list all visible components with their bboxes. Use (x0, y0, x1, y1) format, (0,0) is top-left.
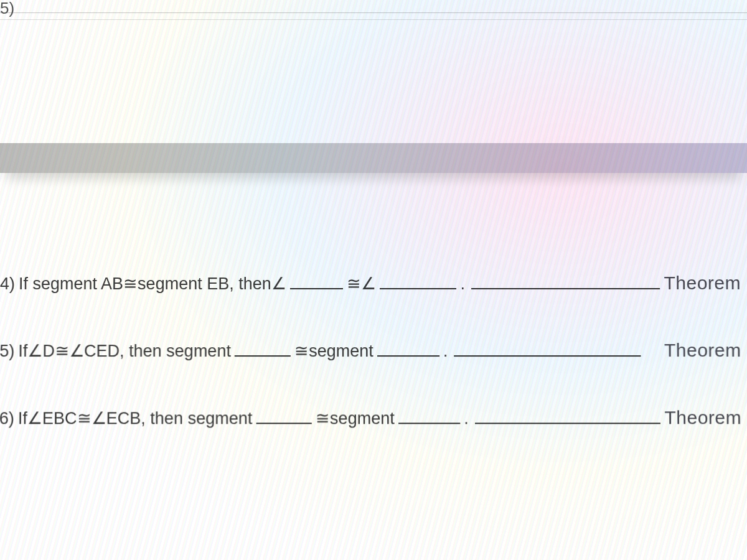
q5-blank-theorem[interactable] (454, 342, 641, 357)
separator-band (0, 143, 747, 173)
q4-text-a: If segment AB (19, 276, 123, 292)
q4-period: . (460, 276, 465, 292)
q5-blank-2[interactable] (377, 342, 439, 357)
q5-blank-1[interactable] (235, 342, 291, 357)
q4-blank-1[interactable] (290, 275, 343, 289)
q5-text-b: , then segment (120, 343, 231, 360)
angle-icon: ∠ (271, 276, 286, 292)
congruent-icon: ≅ (123, 276, 138, 292)
q4-blank-theorem[interactable] (471, 275, 660, 289)
congruent-icon: ≅ (55, 343, 69, 360)
angle-d: ∠D (27, 343, 55, 360)
q6-text-b: , then segment (141, 410, 252, 427)
q4-theorem-label: Theorem (664, 274, 747, 292)
q5-theorem-label: Theorem (664, 341, 747, 360)
q6-text-c: segment (330, 410, 395, 427)
congruent-icon: ≅ (77, 410, 92, 427)
question-4: 4) If segment AB ≅ segment EB, then ∠ ≅ … (0, 274, 747, 292)
q5-period: . (443, 343, 448, 360)
question-5: 5) If ∠D ≅ ∠CED , then segment ≅ segment… (0, 341, 747, 360)
q6-blank-2[interactable] (398, 409, 461, 424)
q6-period: . (464, 410, 469, 427)
q4-text-b: segment EB, then (138, 276, 271, 292)
q4-blank-2[interactable] (380, 275, 456, 289)
angle-icon: ∠ (361, 276, 376, 292)
q4-number: 4) (0, 276, 15, 292)
worksheet-body: 4) If segment AB ≅ segment EB, then ∠ ≅ … (0, 274, 747, 476)
q5-text-a: If (18, 343, 27, 360)
angle-ced: ∠CED (69, 343, 120, 360)
congruent-icon: ≅ (294, 343, 309, 360)
q6-blank-1[interactable] (256, 409, 312, 424)
question-6: 6) If ∠EBC ≅ ∠ECB , then segment ≅ segme… (0, 408, 747, 427)
q6-text-a: If (18, 410, 27, 427)
q5-number: 5) (0, 343, 14, 360)
q5-text-c: segment (309, 343, 374, 360)
congruent-icon: ≅ (316, 410, 330, 427)
q6-theorem-label: Theorem (664, 408, 747, 427)
angle-ecb: ∠ECB (92, 410, 141, 427)
angle-ebc: ∠EBC (27, 410, 77, 427)
q6-blank-theorem[interactable] (475, 409, 661, 424)
congruent-icon: ≅ (347, 276, 361, 292)
top-rule (0, 12, 747, 20)
q6-number: 6) (0, 410, 14, 427)
stray-top-number: 5) (0, 0, 14, 18)
